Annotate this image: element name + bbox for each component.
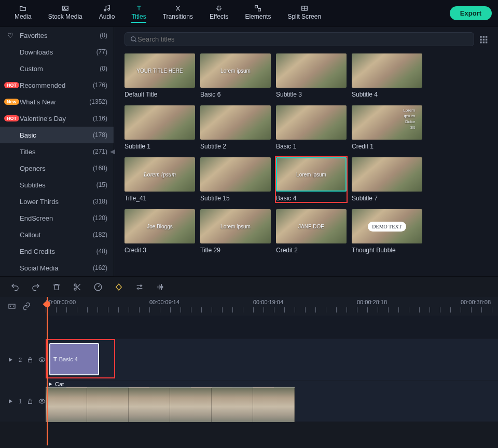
ruler-ticks[interactable] (46, 307, 496, 313)
delete-icon[interactable] (52, 282, 61, 292)
tab-titles[interactable]: Titles (123, 2, 154, 25)
title-card[interactable]: Joe BloggsCredit 3 (125, 209, 195, 254)
export-button[interactable]: Export (450, 6, 492, 20)
sidebar-item-custom[interactable]: Custom(0) (0, 60, 114, 77)
lock-icon[interactable] (27, 357, 33, 363)
track-2-body[interactable]: TBasic 4 (46, 339, 498, 380)
card-label: Subtitle 15 (200, 195, 271, 202)
sidebar-item-favorites[interactable]: ♡Favorites(0) (0, 27, 114, 44)
eye-icon[interactable] (38, 356, 46, 363)
download-icon[interactable] (261, 182, 269, 189)
search-input[interactable] (137, 35, 468, 43)
title-card[interactable]: Subtitle 4 (352, 53, 422, 98)
undo-icon[interactable] (10, 282, 20, 292)
download-icon[interactable] (413, 234, 420, 241)
sidebar-item-endscreen[interactable]: EndScreen(120) (0, 210, 114, 226)
tab-effects[interactable]: Effects (201, 2, 237, 25)
title-clip[interactable]: TBasic 4 (49, 343, 99, 375)
title-card[interactable]: LoremIpsumDolorSitCredit 1 (352, 105, 422, 150)
title-card[interactable]: Lorem ipsumBasic 4 (276, 157, 347, 202)
link-icon[interactable] (22, 302, 31, 311)
tab-media[interactable]: Media (6, 2, 40, 25)
sidebar-item-titles[interactable]: Titles(271) (0, 143, 114, 160)
sidebar-item-count: (0) (100, 32, 107, 39)
download-icon[interactable] (337, 78, 344, 86)
title-card[interactable]: Lorem ipsumBasic 6 (200, 53, 271, 98)
thumbnail: JANE DOE (276, 209, 347, 243)
download-icon[interactable] (337, 182, 344, 189)
title-card[interactable]: Subtitle 2 (200, 105, 271, 150)
title-card[interactable]: Lorem ipsumTitle_41 (125, 157, 195, 202)
download-icon[interactable] (186, 78, 193, 86)
speed-icon[interactable] (93, 282, 103, 292)
sidebar-item-subtitles[interactable]: Subtitles(15) (0, 177, 114, 193)
sidebar-item-recommended[interactable]: HOTRecommended(176) (0, 77, 114, 93)
title-card[interactable]: Subtitle 1 (125, 105, 195, 150)
title-card[interactable]: Subtitle 7 (352, 157, 422, 202)
download-icon[interactable] (261, 234, 269, 241)
title-card[interactable]: YOUR TITLE HEREDefault Title (125, 53, 195, 98)
title-card[interactable]: Basic 1 (276, 105, 347, 150)
video-clip[interactable]: Cat (46, 381, 295, 422)
sidebar-item-label: Openers (20, 165, 93, 172)
thumbnail: YOUR TITLE HERE (125, 53, 195, 88)
sidebar-item-basic[interactable]: Basic(178) (0, 127, 114, 143)
sidebar-item-social-media[interactable]: Social Media(162) (0, 260, 114, 276)
tab-audio[interactable]: Audio (91, 2, 123, 25)
download-icon[interactable] (186, 130, 193, 138)
tab-stock-media[interactable]: Stock Media (40, 2, 91, 25)
layout-icon (300, 5, 309, 12)
title-card[interactable]: JANE DOECredit 2 (276, 209, 347, 254)
download-icon[interactable] (413, 182, 420, 189)
title-card[interactable]: DEMO TEXTThought Bubble (352, 209, 422, 254)
search-icon (130, 36, 137, 43)
thumbnail: Lorem ipsum (200, 209, 271, 243)
settings-icon[interactable] (135, 282, 144, 292)
search-field[interactable] (125, 32, 474, 46)
track-play-icon[interactable] (7, 398, 13, 404)
redo-icon[interactable] (31, 282, 40, 292)
sidebar-item-callout[interactable]: Callout(182) (0, 226, 114, 243)
top-nav: MediaStock MediaAudioTitlesTransitionsEf… (0, 0, 498, 27)
audio-icon[interactable] (156, 282, 165, 292)
marker-track[interactable] (46, 316, 498, 338)
grid-view-icon[interactable] (479, 35, 488, 44)
track-play-icon[interactable] (7, 357, 13, 363)
thumb-overlay-text: DEMO TEXT (368, 222, 406, 232)
split-icon[interactable] (73, 282, 82, 292)
sidebar-item-lower-thirds[interactable]: Lower Thirds(318) (0, 193, 114, 210)
track-1-body[interactable]: Cat (46, 381, 498, 422)
sidebar-item-openers[interactable]: Openers(168) (0, 160, 114, 177)
panel-resize-handle[interactable]: ◀ (110, 147, 114, 155)
download-icon[interactable] (186, 182, 193, 189)
download-icon[interactable] (186, 234, 193, 241)
playhead[interactable] (47, 297, 48, 445)
folder-icon (18, 5, 27, 12)
sidebar-item-valentine-s-day[interactable]: HOTValentine's Day(116) (0, 110, 114, 127)
download-icon[interactable] (337, 130, 344, 138)
auto-fit-icon[interactable] (7, 302, 17, 311)
download-icon[interactable] (261, 130, 269, 138)
lock-icon[interactable] (27, 398, 33, 404)
sidebar-item-end-credits[interactable]: End Credits(48) (0, 243, 114, 260)
thumbnail (276, 53, 347, 88)
eye-icon[interactable] (38, 398, 46, 405)
tab-split-screen[interactable]: Split Screen (279, 2, 329, 25)
title-card[interactable]: Subtitle 15 (200, 157, 271, 202)
title-card[interactable]: Subtitle 3 (276, 53, 347, 98)
keyframe-icon[interactable] (114, 282, 123, 292)
sidebar-item-downloads[interactable]: Downloads(77) (0, 44, 114, 60)
swap-icon (173, 5, 183, 12)
download-icon[interactable] (413, 130, 420, 138)
svg-rect-14 (480, 42, 481, 43)
download-icon[interactable] (337, 234, 344, 241)
timeline-toolbar (0, 276, 498, 297)
hot-badge: HOT (4, 82, 19, 88)
title-card[interactable]: Lorem ipsumTitle 29 (200, 209, 271, 254)
tab-elements[interactable]: Elements (237, 2, 279, 25)
tab-transitions[interactable]: Transitions (155, 2, 201, 25)
sidebar-item-label: Social Media (20, 264, 93, 272)
download-icon[interactable] (413, 78, 420, 86)
sidebar-item-what-s-new[interactable]: NewWhat's New(1352) (0, 93, 114, 110)
download-icon[interactable] (261, 78, 269, 86)
